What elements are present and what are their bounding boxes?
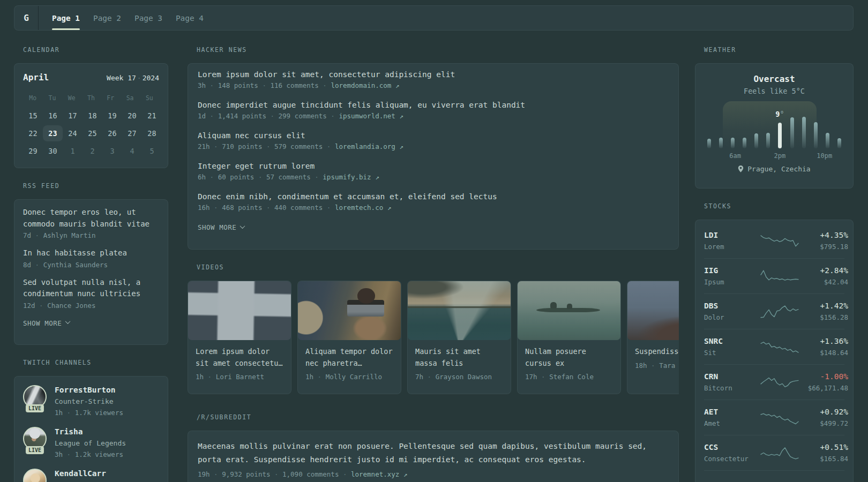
video-title[interactable]: Suspendisse diam (635, 346, 679, 358)
video-thumbnail[interactable] (298, 281, 401, 340)
meta-part: 1,090 comments (282, 470, 339, 478)
stock-ticker[interactable]: DBS (704, 301, 760, 311)
video-card-body: Mauris sit amet massa felis7h · Grayson … (408, 340, 511, 381)
calendar-day[interactable]: 22 (23, 124, 43, 142)
video-thumbnail[interactable] (627, 281, 679, 340)
channel-game[interactable]: League of Legends (55, 438, 126, 449)
calendar-day-selected[interactable]: 23 (43, 124, 63, 142)
hackernews-item-title[interactable]: Integer eget rutrum lorem (198, 161, 669, 172)
video-channel[interactable]: Tara (659, 362, 675, 370)
calendar-day[interactable]: 20 (122, 107, 142, 124)
chevron-down-icon (65, 319, 71, 324)
video-thumbnail[interactable] (188, 281, 291, 340)
calendar-grid: 1516171819202122232425262728293012345 (23, 107, 159, 160)
source-domain-link[interactable]: ipsumworld.net ↗ (339, 112, 403, 120)
videos-row: Lorem ipsum dolor sit amet consectetu…1h… (188, 281, 679, 394)
weather-bar (766, 133, 770, 148)
tab-page-3[interactable]: Page 3 (134, 6, 162, 30)
stock-ticker[interactable]: CRN (704, 372, 760, 382)
channel-name[interactable]: KendallCarr (55, 469, 106, 479)
calendar-day[interactable]: 1 (63, 142, 83, 160)
video-channel[interactable]: Molly Carrillo (326, 373, 382, 381)
calendar-day[interactable]: 18 (83, 107, 102, 124)
weather-bar (731, 138, 735, 148)
weather-location[interactable]: Prague, Czechia (747, 165, 810, 173)
source-domain-link[interactable]: loremtech.co ↗ (335, 204, 391, 212)
source-domain-link[interactable]: loremdomain.com ↗ (331, 81, 399, 89)
video-channel[interactable]: Lori Barnett (216, 373, 264, 381)
hackernews-item-title[interactable]: Donec enim nibh, condimentum et accumsan… (198, 191, 669, 202)
stock-ticker[interactable]: CCS (704, 442, 760, 453)
stock-price: $66,171.48 (799, 383, 848, 393)
video-channel[interactable]: Stefan Cole (549, 373, 594, 381)
meta-part: 12d (23, 302, 35, 310)
calendar-day[interactable]: 29 (23, 142, 43, 160)
hackernews-widget: HACKER NEWS Lorem ipsum dolor sit amet, … (188, 46, 679, 250)
meta-part: Cynthia Saunders (43, 261, 108, 269)
source-domain-link[interactable]: loremnet.xyz ↗ (351, 470, 407, 478)
calendar-day-number: 19 (102, 108, 122, 124)
stock-price: $156.28 (799, 313, 848, 322)
channel-avatar[interactable] (23, 469, 47, 482)
hackernews-item-title[interactable]: Aliquam nec cursus elit (198, 130, 669, 141)
stock-ticker[interactable]: AET (704, 407, 760, 417)
channel-name[interactable]: Trisha (55, 427, 126, 437)
hackernews-item-title[interactable]: Lorem ipsum dolor sit amet, consectetur … (198, 69, 669, 80)
video-title[interactable]: Nullam posuere cursus ex (525, 346, 613, 369)
channel-meta: 1h · 1.7k viewers (55, 408, 123, 418)
meta-separator: · (537, 373, 550, 381)
calendar-day[interactable]: 4 (122, 142, 142, 160)
source-domain-link[interactable]: ipsumify.biz ↗ (323, 173, 379, 181)
calendar-day[interactable]: 16 (43, 107, 63, 124)
calendar-month[interactable]: April (23, 72, 49, 82)
viewer-count: 1.7k viewers (75, 409, 123, 417)
calendar-day[interactable]: 17 (63, 107, 83, 124)
calendar-day[interactable]: 15 (23, 107, 43, 124)
channel-name[interactable]: ForrestBurton (55, 385, 123, 395)
meta-separator: · (313, 373, 326, 381)
stock-ticker[interactable]: SNRC (704, 336, 760, 347)
hackernews-item-title[interactable]: Donec imperdiet augue tincidunt felis al… (198, 100, 669, 111)
calendar-day[interactable]: 21 (142, 107, 162, 124)
tab-page-4[interactable]: Page 4 (176, 6, 204, 30)
stock-ticker[interactable]: LDI (704, 230, 760, 240)
rss-item-title[interactable]: Donec tempor eros leo, ut commodo mauris… (23, 207, 159, 230)
video-meta: 17h · Stefan Cole (525, 373, 613, 381)
calendar-day[interactable]: 27 (122, 124, 142, 142)
video-thumbnail[interactable] (518, 281, 620, 340)
video-channel[interactable]: Grayson Dawson (436, 373, 492, 381)
tab-page-1[interactable]: Page 1 (52, 6, 80, 30)
subreddit-post-title[interactable]: Maecenas mollis pulvinar erat non posuer… (198, 440, 669, 466)
video-title[interactable]: Lorem ipsum dolor sit amet consectetu… (196, 346, 283, 369)
dashboard-content: CALENDAR April Week 17·2024 MoTuWeThFrSa… (14, 46, 854, 482)
channel-game[interactable]: Counter-Strike (55, 396, 123, 407)
calendar-day[interactable]: 26 (102, 124, 122, 142)
hackernews-item: Donec enim nibh, condimentum et accumsan… (198, 191, 669, 213)
calendar-day-number: 16 (43, 108, 63, 124)
calendar-day[interactable]: 28 (142, 124, 162, 142)
calendar-day[interactable]: 3 (102, 142, 122, 160)
show-more-button[interactable]: SHOW MORE (23, 319, 70, 327)
calendar-day[interactable]: 30 (43, 142, 63, 160)
app-logo[interactable]: G (14, 6, 39, 30)
rss-item-title[interactable]: In hac habitasse platea (23, 247, 159, 259)
show-more-button[interactable]: SHOW MORE (198, 223, 244, 231)
calendar-day[interactable]: 5 (142, 142, 162, 160)
external-link-icon: ↗ (387, 204, 392, 212)
source-domain-link[interactable]: loremlandia.org ↗ (335, 142, 403, 150)
video-title[interactable]: Mauris sit amet massa felis (415, 346, 503, 369)
calendar-day[interactable]: 2 (83, 142, 102, 160)
video-title[interactable]: Aliquam tempor dolor nec pharetra… (305, 346, 393, 369)
meta-separator: · (423, 373, 436, 381)
tab-page-2[interactable]: Page 2 (93, 6, 121, 30)
weather-bar (754, 133, 758, 148)
stock-change-percent: +0.92% (799, 407, 848, 417)
rss-item-title[interactable]: Sed volutpat nulla nisl, a condimentum n… (23, 277, 159, 300)
video-thumbnail[interactable] (408, 281, 511, 340)
calendar-day[interactable]: 19 (102, 107, 122, 124)
calendar-day[interactable]: 25 (83, 124, 102, 142)
stock-ticker[interactable]: IIG (704, 266, 760, 276)
sparkline-chart (760, 445, 799, 461)
thumbnail-overlay (298, 281, 401, 340)
calendar-day[interactable]: 24 (63, 124, 83, 142)
